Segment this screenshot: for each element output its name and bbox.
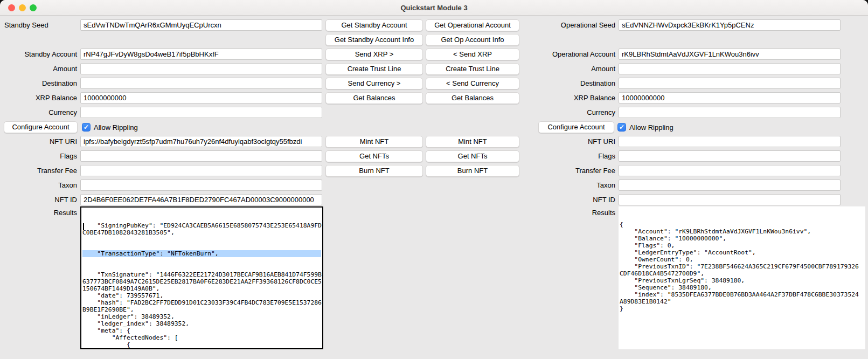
standby-flags-input[interactable]	[80, 150, 322, 162]
operational-nft-id-label: NFT ID	[508, 194, 615, 205]
operational-currency-input[interactable]	[619, 107, 841, 118]
checkbox-checked-icon: ✓	[617, 123, 626, 132]
standby-mint-nft-button[interactable]: Mint NFT	[325, 136, 423, 148]
operational-nft-uri-label: NFT URI	[508, 136, 615, 147]
standby-results-label: Results	[0, 207, 77, 218]
operational-transfer-fee-label: Transfer Fee	[508, 165, 615, 176]
window-title: Quickstart Module 3	[0, 4, 868, 12]
operational-results-textarea[interactable]: { "Account": "rK9LBRhStdmtAaVdJXGVF1LnKW…	[619, 206, 865, 349]
standby-seed-input[interactable]	[80, 19, 322, 31]
operational-seed-label: Operational Seed	[508, 19, 615, 31]
standby-nft-id-label: NFT ID	[0, 194, 77, 205]
operational-allow-rippling-label: Allow Rippling	[629, 123, 673, 132]
operational-create-trust-line-button[interactable]: Create Trust Line	[426, 63, 519, 75]
checkbox-checked-icon: ✓	[82, 123, 91, 132]
operational-taxon-label: Taxon	[508, 180, 615, 191]
standby-xrp-balance-label: XRP Balance	[0, 92, 77, 103]
operational-xrp-balance-label: XRP Balance	[508, 92, 615, 103]
operational-allow-rippling-checkbox[interactable]: ✓ Allow Rippling	[617, 121, 673, 133]
get-standby-account-button[interactable]: Get Standby Account	[325, 19, 423, 31]
operational-nft-uri-input[interactable]	[619, 136, 841, 147]
operational-flags-label: Flags	[508, 150, 615, 162]
standby-xrp-balance-input[interactable]	[80, 92, 322, 103]
standby-seed-label: Standby Seed	[4, 19, 48, 31]
standby-nft-id-input[interactable]	[80, 194, 322, 205]
operational-destination-input[interactable]	[619, 78, 841, 89]
standby-create-trust-line-button[interactable]: Create Trust Line	[325, 63, 423, 75]
results-text-before-selection: "SigningPubKey": "ED924CA3CAEB5A6615E685…	[82, 222, 321, 236]
operational-burn-nft-button[interactable]: Burn NFT	[426, 165, 519, 177]
operational-get-nfts-button[interactable]: Get NFTs	[426, 150, 519, 162]
standby-taxon-input[interactable]	[80, 180, 322, 191]
operational-results-text: { "Account": "rK9LBRhStdmtAaVdJXGVF1LnKW…	[620, 221, 864, 312]
text-cursor	[83, 223, 84, 230]
results-text-after-selection: "TxnSignature": "1446F6322EE21724D3017BE…	[82, 271, 321, 349]
standby-currency-input[interactable]	[80, 107, 322, 118]
titlebar[interactable]: Quickstart Module 3	[0, 0, 868, 16]
operational-seed-input[interactable]	[619, 19, 841, 31]
operational-results-label: Results	[508, 207, 615, 218]
operational-flags-input[interactable]	[619, 150, 841, 162]
send-xrp-left-button[interactable]: < Send XRP	[426, 49, 519, 60]
standby-destination-input[interactable]	[80, 78, 322, 89]
standby-burn-nft-button[interactable]: Burn NFT	[325, 165, 423, 177]
standby-allow-rippling-label: Allow Rippling	[94, 123, 138, 132]
operational-xrp-balance-input[interactable]	[619, 92, 841, 103]
send-currency-left-button[interactable]: < Send Currency	[426, 78, 519, 89]
operational-taxon-input[interactable]	[619, 180, 841, 191]
operational-currency-label: Currency	[508, 107, 615, 118]
standby-amount-label: Amount	[0, 63, 77, 74]
standby-amount-input[interactable]	[80, 63, 322, 74]
standby-account-label: Standby Account	[0, 49, 77, 60]
results-selected-line: "TransactionType": "NFTokenBurn",	[82, 250, 321, 257]
operational-transfer-fee-input[interactable]	[619, 165, 841, 176]
standby-nft-uri-label: NFT URI	[0, 136, 77, 147]
standby-destination-label: Destination	[0, 78, 77, 89]
standby-get-balances-button[interactable]: Get Balances	[325, 92, 423, 104]
standby-transfer-fee-label: Transfer Fee	[0, 165, 77, 176]
operational-get-balances-button[interactable]: Get Balances	[426, 92, 519, 104]
standby-taxon-label: Taxon	[0, 180, 77, 191]
send-currency-right-button[interactable]: Send Currency >	[325, 78, 423, 89]
operational-mint-nft-button[interactable]: Mint NFT	[426, 136, 519, 148]
standby-get-nfts-button[interactable]: Get NFTs	[325, 150, 423, 162]
standby-results-textarea[interactable]: "SigningPubKey": "ED924CA3CAEB5A6615E685…	[80, 206, 323, 349]
standby-configure-account-button[interactable]: Configure Account	[4, 121, 78, 133]
operational-amount-label: Amount	[508, 63, 615, 74]
standby-allow-rippling-checkbox[interactable]: ✓ Allow Rippling	[82, 121, 138, 133]
operational-account-input[interactable]	[619, 49, 841, 60]
get-operational-account-button[interactable]: Get Operational Account	[426, 19, 519, 31]
standby-nft-uri-input[interactable]	[80, 136, 322, 147]
standby-transfer-fee-input[interactable]	[80, 165, 322, 176]
send-xrp-right-button[interactable]: Send XRP >	[325, 49, 423, 60]
standby-currency-label: Currency	[0, 107, 77, 118]
standby-flags-label: Flags	[0, 150, 77, 162]
operational-amount-input[interactable]	[619, 63, 841, 74]
get-standby-account-info-button[interactable]: Get Standby Account Info	[325, 34, 423, 46]
operational-account-label: Operational Account	[508, 49, 615, 60]
get-op-account-info-button[interactable]: Get Op Account Info	[426, 34, 519, 46]
operational-configure-account-button[interactable]: Configure Account	[538, 121, 614, 133]
operational-nft-id-input[interactable]	[619, 194, 841, 205]
app-window: Quickstart Module 3 Standby Seed Standby…	[0, 0, 868, 359]
operational-destination-label: Destination	[508, 78, 615, 89]
standby-account-input[interactable]	[80, 49, 322, 60]
